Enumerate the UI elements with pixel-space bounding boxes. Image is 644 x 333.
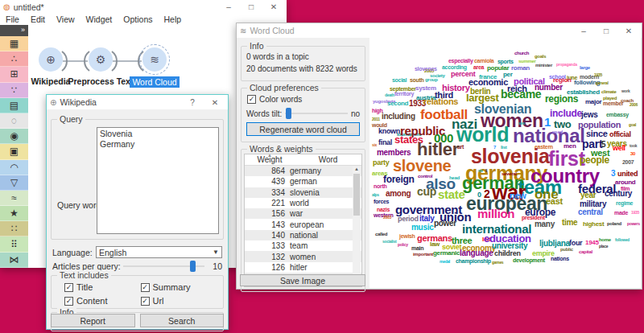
table-row[interactable]: 221world	[245, 198, 361, 208]
cloud-word[interactable]: world	[456, 125, 509, 145]
cloud-word[interactable]: climate	[601, 89, 617, 94]
cloud-word[interactable]: 2006	[630, 103, 638, 107]
cloud-word[interactable]: called	[375, 232, 387, 236]
cloud-word[interactable]: italy	[419, 215, 435, 223]
cloud-word[interactable]: number	[535, 84, 563, 92]
cloud-word[interactable]: embassy	[606, 112, 629, 117]
cloud-word[interactable]: death	[385, 93, 394, 97]
cloud-word[interactable]: especially	[448, 58, 473, 64]
language-select[interactable]: English ▼	[96, 246, 222, 258]
toolbox-category-prototypes[interactable]: ∷	[0, 221, 28, 236]
cloud-word[interactable]: official	[609, 131, 631, 138]
cloud-word[interactable]: championship	[456, 258, 491, 264]
toolbox-category-text-mining[interactable]: ▽	[0, 175, 28, 191]
cloud-word[interactable]: jewish	[399, 233, 415, 239]
cloud-word[interactable]: place	[599, 245, 608, 249]
toolbox-category-time-series[interactable]: ≈	[0, 191, 28, 206]
widget-icon[interactable]: ≋	[142, 47, 167, 72]
cloud-word[interactable]: social	[392, 77, 407, 83]
toolbox-category-category-6[interactable]: ◌	[0, 113, 28, 129]
table-row[interactable]: 133team	[245, 240, 361, 251]
search-button[interactable]: Search	[140, 314, 225, 327]
checkbox-content[interactable]: ✓Content	[64, 296, 141, 306]
cloud-word[interactable]: power	[434, 220, 456, 228]
cloud-word[interactable]: socialist	[382, 240, 396, 244]
cloud-word[interactable]: second	[387, 101, 408, 107]
cloud-word[interactable]: regions	[545, 94, 578, 104]
words-weights-table[interactable]: ▲ Weight Word 864germany439german334slov…	[244, 154, 362, 287]
scrollbar-thumb[interactable]	[353, 174, 360, 216]
cloud-word[interactable]: party	[373, 159, 390, 166]
cloud-word[interactable]: language	[460, 249, 493, 257]
cloud-word[interactable]: economic	[469, 78, 508, 87]
minimize-button[interactable]: –	[219, 1, 238, 13]
cloud-word[interactable]: united	[617, 171, 638, 178]
cloud-word[interactable]: hitler	[417, 141, 459, 158]
cloud-word[interactable]: area	[473, 64, 484, 70]
regenerate-button[interactable]: Regenerate word cloud	[246, 122, 360, 136]
save-image-button[interactable]: Save Image	[240, 274, 365, 286]
wiki-close-button[interactable]: ✕	[205, 97, 225, 109]
cloud-word[interactable]: time	[562, 219, 577, 227]
cloud-word[interactable]: goals	[535, 54, 546, 59]
checkbox-title[interactable]: ✓Title	[64, 282, 141, 292]
cloud-word[interactable]: sports	[497, 59, 514, 64]
wc-maximize-button[interactable]: □	[597, 25, 616, 37]
cloud-word[interactable]: group	[425, 77, 438, 82]
cloud-word[interactable]: games	[492, 261, 503, 265]
cloud-word[interactable]: north	[374, 183, 386, 189]
scroll-up-arrow[interactable]: ▲	[354, 166, 359, 174]
cloud-word[interactable]: development	[513, 257, 545, 263]
help-button[interactable]: ?	[183, 97, 202, 109]
table-row[interactable]: 140national	[245, 230, 361, 240]
cloud-word[interactable]: important	[413, 252, 433, 257]
cloud-word[interactable]: highest	[583, 221, 604, 228]
menu-item-widget[interactable]: Widget	[86, 14, 113, 24]
toolbox-category-unsupervised[interactable]: ▤	[0, 98, 28, 113]
cloud-word[interactable]: include	[550, 109, 582, 118]
table-row[interactable]: 334slovenia	[245, 187, 361, 198]
cloud-word[interactable]: foreign	[383, 175, 415, 184]
cloud-word[interactable]: public	[560, 247, 573, 252]
cloud-word[interactable]: law	[430, 241, 440, 248]
word-column-header[interactable]: Word	[295, 155, 361, 164]
menu-item-edit[interactable]: Edit	[31, 14, 45, 24]
cloud-word[interactable]: medal	[440, 260, 450, 264]
cloud-word[interactable]: children	[494, 250, 521, 257]
cloud-word[interactable]: home	[599, 237, 611, 242]
cloud-word[interactable]: relations	[423, 97, 458, 106]
cloud-word[interactable]: followed	[615, 238, 630, 242]
cloud-word[interactable]: 2003	[383, 216, 391, 220]
widget-icon[interactable]: ⊕	[39, 47, 63, 72]
cloud-word[interactable]: final	[378, 139, 392, 146]
table-row[interactable]: 132women	[245, 251, 361, 261]
cloud-word[interactable]: slovenes	[415, 66, 437, 72]
cloud-word[interactable]: regime	[616, 200, 633, 206]
cloud-word[interactable]: nazis	[377, 207, 390, 212]
menu-item-options[interactable]: Options	[123, 14, 152, 24]
cloud-word[interactable]: cup	[417, 186, 436, 197]
words-tilt-slider[interactable]	[285, 108, 348, 119]
cloud-word[interactable]: 3	[611, 170, 615, 178]
cloud-word[interactable]: around	[615, 179, 635, 186]
cloud-word[interactable]: minister	[535, 63, 552, 68]
close-button[interactable]: ✕	[264, 1, 283, 13]
menu-item-view[interactable]: View	[56, 14, 75, 24]
cloud-word[interactable]: century	[605, 190, 632, 198]
table-header[interactable]: ▲ Weight Word	[245, 154, 361, 166]
cloud-word[interactable]: 2007	[622, 159, 634, 165]
toolbox-collapse-button[interactable]: »	[0, 25, 28, 36]
toolbox-category-educational[interactable]: ◉	[0, 129, 28, 144]
cloud-word[interactable]: capital	[579, 249, 592, 254]
wc-close-button[interactable]: ✕	[619, 25, 638, 37]
cloud-word[interactable]: 30	[630, 151, 635, 156]
cloud-word[interactable]: central	[578, 208, 603, 216]
cloud-word[interactable]: many	[535, 220, 555, 228]
widget-icon[interactable]: ⚙	[89, 47, 113, 72]
cloud-word[interactable]: south	[410, 77, 424, 83]
cloud-word[interactable]: summer	[518, 59, 536, 64]
articles-per-query-slider[interactable]	[123, 261, 204, 272]
cloud-word[interactable]: 1945	[585, 240, 599, 246]
cloud-word[interactable]: church	[514, 51, 529, 56]
cloud-word[interactable]: took	[630, 144, 637, 148]
